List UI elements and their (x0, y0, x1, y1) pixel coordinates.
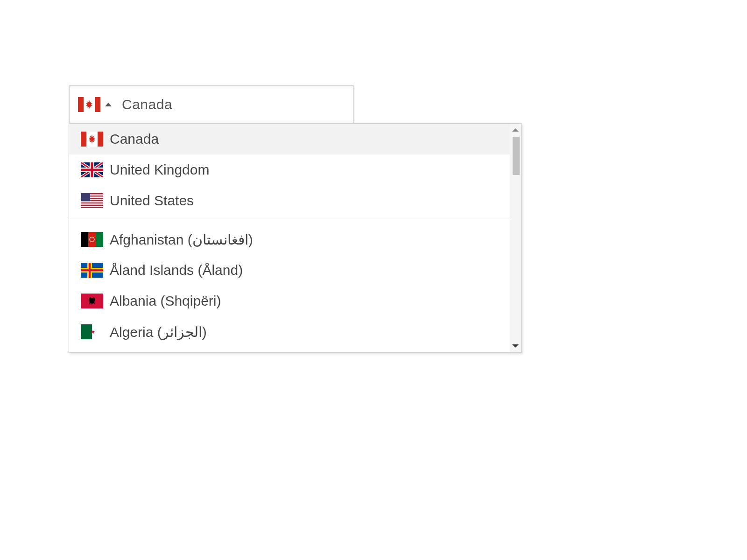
scrollbar-up-icon[interactable] (512, 128, 519, 132)
svg-rect-4 (81, 132, 86, 147)
country-option-afghanistan[interactable]: Afghanistan (افغانستان) (69, 224, 521, 255)
svg-rect-23 (81, 269, 103, 271)
country-option-canada[interactable]: Canada (69, 124, 521, 154)
svg-rect-17 (96, 232, 103, 247)
svg-rect-5 (98, 132, 103, 147)
flag-icon-us (81, 193, 103, 208)
country-selector-input[interactable]: Canada (69, 85, 354, 124)
svg-rect-11 (81, 201, 103, 202)
country-option-united-kingdom[interactable]: United Kingdom (69, 154, 521, 185)
country-option-label: Canada (110, 131, 159, 147)
country-option-aland[interactable]: Åland Islands (Åland) (69, 255, 521, 286)
country-option-label: United Kingdom (110, 162, 209, 178)
flag-icon-afghanistan (81, 232, 103, 247)
flag-icon-albania (81, 294, 103, 308)
svg-rect-16 (88, 232, 96, 247)
country-option-label: Åland Islands (Åland) (110, 262, 243, 278)
svg-rect-31 (81, 324, 92, 339)
country-dropdown-list: Canada United Kingdom United States Afgh… (69, 123, 521, 353)
dropdown-scroll-area: Canada United Kingdom United States Afgh… (69, 124, 521, 352)
dropdown-divider (69, 220, 521, 220)
flag-icon-uk (81, 162, 103, 177)
country-option-algeria[interactable]: Algeria (الجزائر) (69, 316, 521, 347)
flag-icon-algeria (81, 324, 103, 339)
svg-rect-14 (81, 193, 90, 201)
caret-up-icon (105, 103, 112, 106)
scrollbar[interactable] (510, 124, 521, 352)
flag-icon-canada (78, 97, 100, 112)
country-option-label: Afghanistan (افغانستان) (110, 231, 253, 248)
country-option-label: Algeria (الجزائر) (110, 324, 207, 340)
selected-country-label: Canada (122, 97, 172, 112)
scrollbar-thumb[interactable] (513, 137, 520, 175)
svg-rect-2 (95, 97, 100, 112)
svg-rect-15 (81, 232, 88, 247)
country-option-united-states[interactable]: United States (69, 185, 521, 216)
svg-rect-1 (78, 97, 84, 112)
scrollbar-down-icon[interactable] (512, 344, 519, 348)
flag-icon-aland (81, 263, 103, 278)
svg-rect-12 (81, 203, 103, 204)
country-option-label: United States (110, 193, 194, 209)
svg-rect-13 (81, 206, 103, 207)
flag-icon-canada (81, 132, 103, 147)
country-option-albania[interactable]: Albania (Shqipëri) (69, 286, 521, 316)
country-option-label: Albania (Shqipëri) (110, 293, 221, 309)
